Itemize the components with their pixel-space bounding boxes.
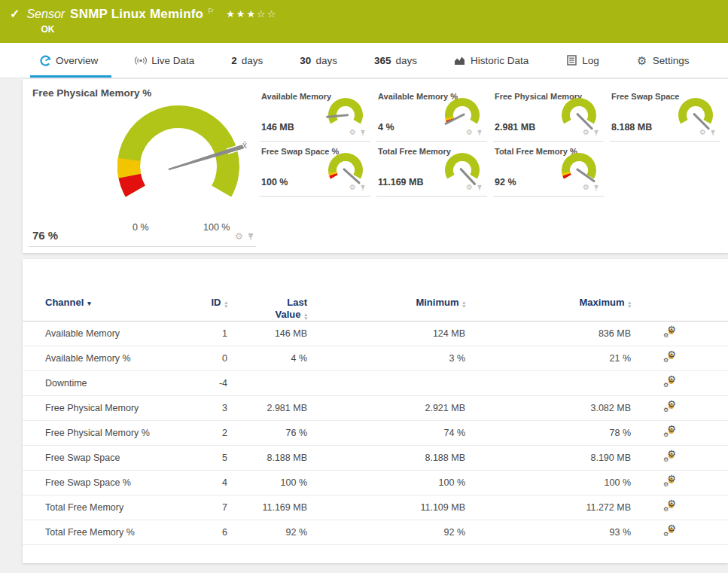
edit-channel-icon[interactable]: ⚙ ⚙ bbox=[663, 526, 676, 538]
flag-icon[interactable]: ⚐ bbox=[207, 7, 214, 15]
column-header-maximum[interactable]: Maximum▴▾ bbox=[465, 285, 631, 309]
tab-2-days[interactable]: 2 days bbox=[231, 43, 263, 78]
channel-last-value: 76 % bbox=[227, 428, 307, 438]
mini-gauge-title: Available Memory bbox=[261, 92, 331, 101]
table-row: Available Memory % 0 4 % 3 % 21 % ⚙ ⚙ bbox=[23, 346, 728, 371]
sensor-title: SNMP Linux Meminfo bbox=[70, 7, 203, 22]
mini-gauge-value: 8.188 MB bbox=[611, 122, 652, 133]
area-chart-icon bbox=[454, 54, 466, 66]
channel-name[interactable]: Free Swap Space % bbox=[45, 477, 175, 488]
status-badge: OK bbox=[41, 24, 277, 35]
table-row: Free Swap Space 5 8.188 MB 8.188 MB 8.19… bbox=[23, 446, 728, 471]
edit-channel-icon[interactable]: ⚙ ⚙ bbox=[663, 401, 676, 413]
mini-gauge-title: Total Free Memory bbox=[378, 147, 451, 156]
column-header-last-value[interactable]: Last Value▴▾ bbox=[227, 285, 307, 321]
channel-maximum: 78 % bbox=[465, 428, 631, 438]
channel-maximum: 93 % bbox=[465, 527, 631, 538]
mini-gauge-card[interactable]: Free Physical Memory 2.981 MB ⚙ bbox=[493, 87, 610, 142]
channel-last-value: 8.188 MB bbox=[227, 453, 307, 463]
edit-channel-icon[interactable]: ⚙ ⚙ bbox=[663, 476, 676, 488]
gear-icon[interactable]: ⚙ bbox=[466, 184, 473, 191]
pin-icon[interactable] bbox=[477, 130, 483, 136]
divider bbox=[29, 246, 256, 247]
edit-channel-icon[interactable]: ⚙ ⚙ bbox=[663, 451, 676, 463]
pin-icon[interactable] bbox=[593, 130, 599, 136]
channel-name[interactable]: Free Swap Space bbox=[45, 453, 175, 463]
channel-name[interactable]: Downtime bbox=[45, 378, 175, 389]
tab-settings[interactable]: ⚙ Settings bbox=[636, 43, 690, 78]
channel-id: 0 bbox=[175, 353, 227, 364]
channel-name[interactable]: Total Free Memory % bbox=[45, 527, 175, 538]
edit-channel-icon[interactable]: ⚙ ⚙ bbox=[663, 327, 676, 339]
tab-overview[interactable]: Overview bbox=[39, 43, 98, 78]
gear-icon[interactable]: ⚙ bbox=[349, 129, 356, 136]
channel-name[interactable]: Free Physical Memory bbox=[45, 403, 175, 413]
gear-icon[interactable]: ⚙ bbox=[583, 184, 589, 191]
channel-maximum: 100 % bbox=[465, 477, 631, 488]
gear-icon-small: ⚙ bbox=[663, 358, 669, 364]
channel-minimum: 74 % bbox=[307, 428, 465, 438]
main-gauge-free-physical-memory-pct[interactable]: Free Physical Memory % x̄ 0 % 100 % 76 %… bbox=[23, 79, 271, 253]
pin-icon[interactable] bbox=[593, 184, 599, 191]
channel-minimum: 8.188 MB bbox=[307, 453, 465, 463]
pin-icon[interactable] bbox=[360, 130, 366, 136]
tab-log[interactable]: Log bbox=[565, 43, 599, 78]
pin-icon[interactable] bbox=[247, 233, 254, 241]
gear-icon[interactable]: ⚙ bbox=[699, 129, 706, 136]
gear-icon[interactable]: ⚙ bbox=[349, 184, 356, 191]
channel-name[interactable]: Free Physical Memory % bbox=[45, 428, 175, 438]
column-header-minimum[interactable]: Minimum▴▾ bbox=[307, 285, 465, 309]
table-row: Total Free Memory % 6 92 % 92 % 93 % ⚙ ⚙ bbox=[23, 520, 728, 545]
edit-channel-icon[interactable]: ⚙ ⚙ bbox=[663, 426, 676, 438]
channel-id: 6 bbox=[175, 527, 227, 538]
gauge-max-label: 100 % bbox=[203, 222, 230, 233]
mini-gauge-card[interactable]: Total Free Memory % 92 % ⚙ bbox=[493, 142, 610, 197]
tab-30-days[interactable]: 30 days bbox=[300, 43, 337, 78]
mini-gauge-card[interactable]: Free Swap Space % 100 % ⚙ bbox=[260, 142, 376, 197]
channel-maximum: 3.082 MB bbox=[465, 403, 631, 413]
channel-minimum: 124 MB bbox=[307, 328, 465, 339]
channel-id: -4 bbox=[175, 378, 227, 389]
channel-minimum: 2.921 MB bbox=[307, 403, 465, 413]
channel-name[interactable]: Available Memory bbox=[45, 328, 175, 339]
channel-name[interactable]: Available Memory % bbox=[45, 353, 175, 364]
tab-365-days-label: days bbox=[395, 55, 417, 66]
mini-gauge-card[interactable]: Available Memory 146 MB ⚙ bbox=[260, 87, 376, 142]
priority-stars[interactable]: ★★★☆☆ bbox=[226, 8, 277, 20]
tab-settings-label: Settings bbox=[653, 55, 690, 66]
tab-live-data[interactable]: Live Data bbox=[135, 43, 194, 78]
edit-channel-icon[interactable]: ⚙ ⚙ bbox=[663, 376, 676, 389]
gear-icon[interactable]: ⚙ bbox=[466, 129, 473, 136]
gear-icon[interactable]: ⚙ bbox=[235, 232, 243, 241]
sensor-header: ✓ Sensor SNMP Linux Meminfo ⚐ ★★★☆☆ OK bbox=[0, 0, 728, 43]
tab-365-days[interactable]: 365 days bbox=[374, 43, 417, 78]
column-header-id[interactable]: ID▴▾ bbox=[175, 285, 227, 309]
pin-icon[interactable] bbox=[477, 184, 483, 191]
status-check-icon: ✓ bbox=[10, 7, 20, 22]
channel-minimum: 100 % bbox=[307, 477, 465, 488]
tab-365-days-number: 365 bbox=[374, 55, 391, 66]
log-icon bbox=[565, 54, 577, 66]
tab-live-data-label: Live Data bbox=[151, 55, 194, 66]
gear-icon[interactable]: ⚙ bbox=[583, 129, 589, 136]
gear-icon-small: ⚙ bbox=[663, 432, 669, 438]
channel-name[interactable]: Total Free Memory bbox=[45, 502, 175, 513]
gear-icon-small: ⚙ bbox=[663, 457, 669, 463]
gauge-min-label: 0 % bbox=[133, 222, 149, 233]
pin-icon[interactable] bbox=[360, 184, 366, 191]
edit-channel-icon[interactable]: ⚙ ⚙ bbox=[663, 352, 676, 364]
channel-minimum: 3 % bbox=[307, 353, 465, 364]
tab-historic-data[interactable]: Historic Data bbox=[454, 43, 528, 78]
mini-gauge-card[interactable]: Free Swap Space 8.188 MB ⚙ bbox=[610, 87, 726, 142]
gauge-value: 76 % bbox=[32, 229, 58, 242]
gear-icon-small: ⚙ bbox=[663, 507, 669, 513]
column-header-channel[interactable]: Channel▾ bbox=[45, 285, 175, 309]
edit-channel-icon[interactable]: ⚙ ⚙ bbox=[663, 501, 676, 513]
channel-table-panel: Channel▾ ID▴▾ Last Value▴▾ Minimum▴▾ Max… bbox=[23, 259, 728, 563]
sort-desc-icon: ▾ bbox=[87, 300, 91, 307]
pin-icon[interactable] bbox=[710, 130, 716, 136]
mini-gauge-card[interactable]: Available Memory % 4 % ⚙ bbox=[376, 87, 493, 142]
channel-id: 5 bbox=[175, 453, 227, 463]
mini-gauge-card[interactable]: Total Free Memory 11.169 MB ⚙ bbox=[376, 142, 493, 197]
channel-last-value: 4 % bbox=[227, 353, 307, 364]
